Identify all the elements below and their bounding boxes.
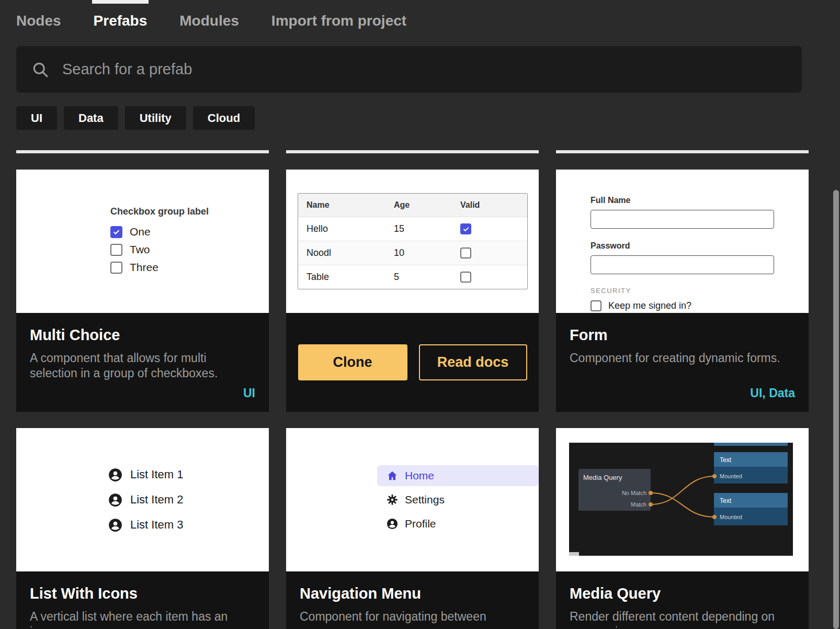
person-circle-icon (108, 493, 122, 507)
form-info: Form Component for creating dynamic form… (556, 313, 809, 412)
list-item: List Item 1 (108, 468, 269, 482)
list-info: List With Icons A vertical list where ea… (16, 571, 269, 629)
table-row: Hello 15 (298, 217, 527, 241)
card-description: A component that allows for multi select… (30, 351, 255, 381)
gear-icon (387, 494, 398, 506)
full-name-label: Full Name (591, 196, 809, 205)
list-item-label: List Item 2 (130, 493, 183, 507)
prefab-grid: Checkbox group label One Two Three M (16, 150, 809, 629)
prefab-card-list-with-icons[interactable]: List Item 1 List Item 2 List Item 3 List… (16, 428, 269, 629)
card-title: Multi Choice (30, 327, 255, 344)
prefab-card-navigation-menu[interactable]: Home Settings (286, 428, 539, 629)
match-port-label: Match (631, 501, 646, 508)
nav-item-label: Settings (405, 493, 445, 506)
filter-chip-utility[interactable]: Utility (125, 106, 186, 130)
card-description: A vertical list where each item has an i… (30, 609, 255, 629)
card-tags: UI (30, 386, 255, 400)
media-query-info: Media Query Render different content dep… (556, 571, 809, 629)
nav-item-profile[interactable]: Profile (387, 513, 539, 534)
list-item-label: List Item 1 (130, 468, 183, 481)
media-query-preview: Media Query No Match Match Text Mounted (556, 428, 809, 571)
card-title: Navigation Menu (300, 585, 525, 602)
table-header-age: Age (394, 200, 460, 210)
password-input[interactable] (591, 255, 774, 274)
checkbox-option-label: One (130, 226, 151, 238)
table-row: Noodl 10 (298, 241, 527, 265)
nav-info: Navigation Menu Component for navigating… (286, 571, 539, 629)
keep-signed-in-row[interactable]: Keep me signed in? (591, 300, 809, 311)
prefab-card-media-query[interactable]: Media Query No Match Match Text Mounted (556, 428, 809, 629)
security-section-label: SECURITY (591, 287, 809, 295)
tab-nodes[interactable]: Nodes (16, 13, 61, 29)
preview-table: Name Age Valid Hello 15 Noodl 10 (298, 193, 528, 289)
vertical-scrollbar-thumb[interactable] (833, 190, 839, 629)
table-cell-name: Table (307, 272, 394, 283)
card-tags: UI, Data (570, 386, 795, 400)
checkbox-checked-icon[interactable] (110, 226, 122, 238)
person-circle-icon (108, 468, 122, 482)
tab-bar: Nodes Prefabs Modules Import from projec… (16, 0, 406, 29)
checkbox-option[interactable]: One (110, 226, 269, 238)
node-graph-screenshot: Media Query No Match Match Text Mounted (569, 443, 793, 556)
checkbox-option[interactable]: Two (110, 243, 269, 256)
person-circle-icon (387, 518, 398, 530)
filter-chip-ui[interactable]: UI (16, 106, 57, 130)
tab-prefabs[interactable]: Prefabs (94, 13, 147, 29)
table-header-valid: Valid (460, 200, 527, 210)
table-header-name: Name (307, 200, 394, 210)
card-hover-actions: Clone Read docs (286, 313, 539, 412)
mounted-port-label: Mounted (720, 514, 742, 520)
card-bottom-sliver (286, 150, 539, 153)
prefab-card-form[interactable]: Full Name Password SECURITY Keep me sign… (556, 170, 809, 412)
filter-chips: UI Data Utility Cloud (16, 106, 255, 130)
prefab-card-multi-choice[interactable]: Checkbox group label One Two Three M (16, 170, 269, 412)
media-query-node-title: Media Query (583, 474, 622, 481)
nav-item-home[interactable]: Home (377, 465, 539, 486)
text-node-title: Text (720, 497, 732, 504)
checkbox-unchecked-icon[interactable] (110, 244, 122, 256)
no-match-port-label: No Match (622, 490, 646, 496)
checkbox-unchecked-icon[interactable] (460, 272, 471, 283)
table-cell-age: 15 (394, 223, 460, 234)
prefab-browser: { "header": { "tabs": [ { "label": "Node… (0, 0, 840, 629)
home-icon (387, 470, 398, 481)
read-docs-button[interactable]: Read docs (419, 344, 527, 380)
checkbox-group-label: Checkbox group label (110, 206, 269, 217)
table-cell-age: 5 (394, 272, 460, 283)
nav-preview: Home Settings (286, 428, 539, 571)
search-icon (31, 60, 50, 79)
person-circle-icon (108, 518, 122, 532)
tab-modules[interactable]: Modules (179, 13, 239, 29)
multi-choice-preview: Checkbox group label One Two Three (16, 170, 269, 313)
password-label: Password (591, 241, 809, 251)
card-title: Media Query (570, 585, 795, 602)
checkbox-unchecked-icon[interactable] (460, 248, 471, 259)
card-description: Component for navigating between pages. (300, 609, 525, 629)
card-bottom-sliver (16, 150, 269, 153)
tab-import-from-project[interactable]: Import from project (271, 13, 406, 29)
list-preview: List Item 1 List Item 2 List Item 3 (16, 428, 269, 571)
checkbox-option-label: Three (130, 261, 158, 274)
card-title: Form (570, 327, 795, 344)
table-preview: Name Age Valid Hello 15 Noodl 10 (286, 170, 539, 313)
checkbox-unchecked-icon[interactable] (110, 262, 122, 274)
checkbox-checked-icon[interactable] (460, 223, 471, 234)
card-description: Component for creating dynamic forms. (570, 351, 795, 366)
table-cell-name: Noodl (307, 248, 394, 259)
prefab-card-table[interactable]: Name Age Valid Hello 15 Noodl 10 (286, 170, 539, 412)
checkbox-option-label: Two (130, 243, 150, 256)
nav-item-settings[interactable]: Settings (387, 489, 539, 510)
filter-chip-data[interactable]: Data (64, 106, 118, 130)
multi-choice-info: Multi Choice A component that allows for… (16, 313, 269, 412)
text-node-title: Text (720, 456, 732, 464)
checkbox-option[interactable]: Three (110, 261, 269, 274)
checkbox-unchecked-icon[interactable] (591, 300, 601, 311)
card-title: List With Icons (30, 585, 255, 602)
form-preview: Full Name Password SECURITY Keep me sign… (556, 170, 809, 313)
search-bar[interactable] (16, 46, 802, 93)
search-input[interactable] (62, 61, 787, 78)
filter-chip-cloud[interactable]: Cloud (193, 106, 255, 130)
full-name-input[interactable] (591, 210, 774, 229)
clone-button[interactable]: Clone (298, 344, 407, 380)
table-row: Table 5 (298, 265, 527, 289)
